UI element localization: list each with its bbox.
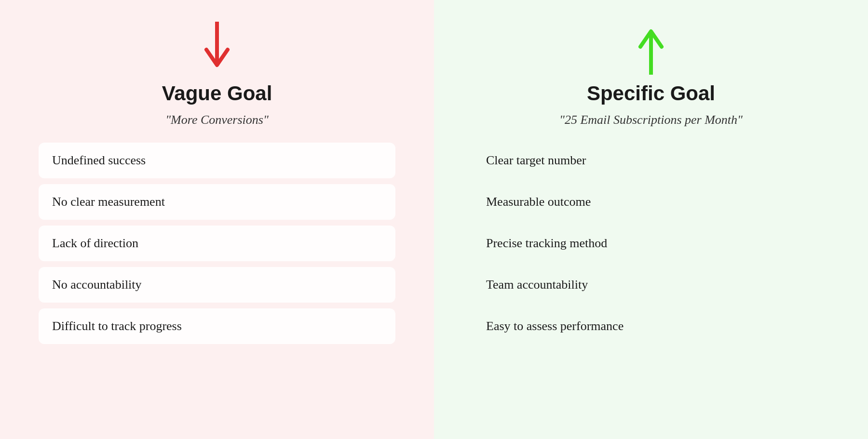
list-item: Difficult to track progress	[39, 308, 395, 344]
list-item: No accountability	[39, 267, 395, 303]
vague-goal-items-list: Undefined successNo clear measurementLac…	[39, 143, 395, 344]
list-item: Undefined success	[39, 143, 395, 178]
vague-goal-title: Vague Goal	[162, 82, 272, 105]
vague-goal-panel: Vague Goal "More Conversions" Undefined …	[0, 0, 434, 439]
specific-goal-title: Specific Goal	[587, 82, 715, 105]
list-item: Lack of direction	[39, 226, 395, 261]
specific-goal-items-list: Clear target numberMeasurable outcomePre…	[473, 143, 829, 344]
list-item: Clear target number	[473, 143, 829, 178]
list-item: Team accountability	[473, 267, 829, 303]
list-item: No clear measurement	[39, 184, 395, 220]
down-arrow-icon	[203, 22, 231, 75]
list-item: Easy to assess performance	[473, 308, 829, 344]
vague-goal-subtitle: "More Conversions"	[165, 113, 269, 127]
up-arrow-icon	[637, 22, 665, 75]
up-arrow-container	[637, 19, 665, 77]
specific-goal-panel: Specific Goal "25 Email Subscriptions pe…	[434, 0, 868, 439]
down-arrow-container	[203, 19, 231, 77]
specific-goal-subtitle: "25 Email Subscriptions per Month"	[559, 113, 743, 127]
list-item: Measurable outcome	[473, 184, 829, 220]
list-item: Precise tracking method	[473, 226, 829, 261]
